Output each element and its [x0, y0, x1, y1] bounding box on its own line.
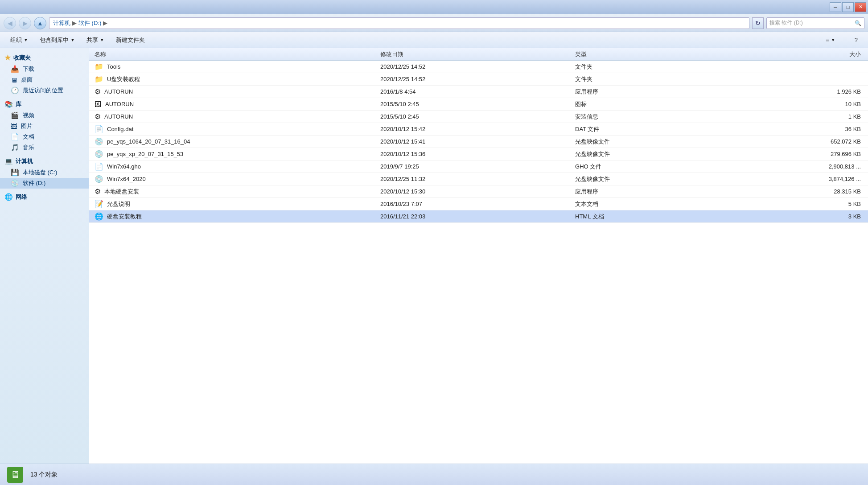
table-row[interactable]: 📝光盘说明2016/10/23 7:07文本文档5 KB — [89, 198, 868, 210]
search-icon[interactable]: 🔍 — [855, 20, 861, 26]
file-name: AUTORUN — [104, 88, 133, 95]
file-size-cell: 28,315 KB — [731, 188, 868, 195]
disk-d-icon: 💿 — [11, 179, 19, 187]
file-name: U盘安装教程 — [107, 75, 140, 83]
network-label: 网络 — [16, 193, 27, 201]
file-date-cell: 2020/10/12 15:30 — [380, 188, 575, 195]
organize-button[interactable]: 组织 ▼ — [5, 34, 33, 46]
file-date-cell: 2019/9/7 19:25 — [380, 163, 575, 170]
file-name-cell: 📁U盘安装教程 — [89, 75, 380, 83]
up-button[interactable]: ▲ — [34, 17, 46, 29]
file-type-icon: 📄 — [95, 162, 103, 171]
file-date-cell: 2020/10/12 15:41 — [380, 138, 575, 145]
file-date-cell: 2020/12/25 14:52 — [380, 63, 575, 70]
file-type-icon: 💿 — [95, 137, 103, 146]
table-row[interactable]: 📄Config.dat2020/10/12 15:42DAT 文件36 KB — [89, 123, 868, 136]
forward-button[interactable]: ▶ — [19, 17, 31, 29]
computer-header[interactable]: 💻 计算机 — [0, 156, 89, 167]
file-name-cell: 💿pe_yqs_xp_20_07_31_15_53 — [89, 150, 380, 158]
main-content: ★ 收藏夹 📥 下载 🖥 桌面 🕐 最近访问的位置 📚 库 🎬 — [0, 48, 868, 464]
statusbar-app-icon: 🖥 — [7, 467, 23, 483]
breadcrumb-drive[interactable]: 软件 (D:) — [78, 19, 101, 27]
favorites-header[interactable]: ★ 收藏夹 — [0, 52, 89, 64]
file-date-cell: 2016/1/8 4:54 — [380, 88, 575, 95]
organize-dropdown-icon: ▼ — [24, 37, 28, 42]
toolbar: 组织 ▼ 包含到库中 ▼ 共享 ▼ 新建文件夹 ≡ ▼ ? — [0, 32, 868, 48]
include-library-button[interactable]: 包含到库中 ▼ — [35, 34, 80, 46]
file-type-cell: 应用程序 — [575, 88, 731, 96]
toolbar-right: ≡ ▼ ? — [821, 34, 863, 46]
sidebar: ★ 收藏夹 📥 下载 🖥 桌面 🕐 最近访问的位置 📚 库 🎬 — [0, 48, 89, 464]
table-row[interactable]: 💿Win7x64_20202020/12/25 11:32光盘映像文件3,874… — [89, 173, 868, 185]
file-name-cell: 💿Win7x64_2020 — [89, 175, 380, 183]
refresh-button[interactable]: ↻ — [752, 17, 764, 29]
file-type-icon: ⚙ — [95, 87, 101, 96]
file-size-cell: 5 KB — [731, 201, 868, 207]
file-name: AUTORUN — [105, 101, 134, 107]
view-icon: ≡ — [826, 37, 829, 43]
close-button[interactable]: ✕ — [855, 2, 866, 12]
file-size-cell: 36 KB — [731, 126, 868, 132]
file-date-cell: 2015/5/10 2:45 — [380, 101, 575, 107]
table-row[interactable]: ⚙AUTORUN2015/5/10 2:45安装信息1 KB — [89, 111, 868, 123]
table-row[interactable]: 🌐硬盘安装教程2016/11/21 22:03HTML 文档3 KB — [89, 210, 868, 223]
maximize-button[interactable]: □ — [842, 2, 854, 12]
sidebar-item-doc[interactable]: 📄 文档 — [0, 132, 89, 142]
share-button[interactable]: 共享 ▼ — [82, 34, 109, 46]
table-row[interactable]: 💿pe_yqs_xp_20_07_31_15_532020/10/12 15:3… — [89, 148, 868, 160]
table-row[interactable]: 📁U盘安装教程2020/12/25 14:52文件夹 — [89, 73, 868, 86]
recent-label: 最近访问的位置 — [23, 86, 63, 95]
col-type-header[interactable]: 类型 — [575, 50, 731, 58]
file-size-cell: 10 KB — [731, 101, 868, 107]
table-row[interactable]: ⚙AUTORUN2016/1/8 4:54应用程序1,926 KB — [89, 86, 868, 98]
file-size-cell: 652,072 KB — [731, 138, 868, 145]
file-type-icon: 💿 — [95, 150, 103, 158]
sidebar-item-desktop[interactable]: 🖥 桌面 — [0, 74, 89, 85]
new-folder-button[interactable]: 新建文件夹 — [111, 34, 150, 46]
sidebar-item-video[interactable]: 🎬 视频 — [0, 110, 89, 121]
col-size-header[interactable]: 大小 — [731, 50, 868, 58]
col-name-header[interactable]: 名称 — [89, 50, 380, 58]
view-button[interactable]: ≡ ▼ — [821, 34, 840, 46]
file-type-cell: 图标 — [575, 100, 731, 108]
sidebar-item-download[interactable]: 📥 下载 — [0, 64, 89, 74]
star-icon: ★ — [4, 53, 11, 62]
file-type-cell: 安装信息 — [575, 113, 731, 121]
sidebar-item-music[interactable]: 🎵 音乐 — [0, 142, 89, 153]
table-row[interactable]: 📁Tools2020/12/25 14:52文件夹 — [89, 61, 868, 73]
share-label: 共享 — [86, 36, 98, 44]
breadcrumb-computer[interactable]: 计算机 — [53, 19, 70, 27]
favorites-section: ★ 收藏夹 📥 下载 🖥 桌面 🕐 最近访问的位置 — [0, 52, 89, 96]
minimize-button[interactable]: ─ — [830, 2, 841, 12]
table-row[interactable]: 🖼AUTORUN2015/5/10 2:45图标10 KB — [89, 98, 868, 111]
search-bar[interactable]: 搜索 软件 (D:) 🔍 — [766, 17, 864, 29]
help-icon: ? — [855, 37, 858, 43]
file-type-cell: 应用程序 — [575, 188, 731, 196]
table-row[interactable]: 📄Win7x64.gho2019/9/7 19:25GHO 文件2,900,81… — [89, 160, 868, 173]
file-name: 光盘说明 — [107, 200, 130, 208]
search-placeholder: 搜索 软件 (D:) — [769, 19, 853, 27]
music-icon: 🎵 — [11, 144, 19, 152]
library-icon: 📚 — [4, 100, 13, 108]
file-list[interactable]: 名称 修改日期 类型 大小 📁Tools2020/12/25 14:52文件夹📁… — [89, 48, 868, 464]
sidebar-item-software-d[interactable]: 💿 软件 (D:) — [0, 178, 89, 189]
toolbar-separator — [845, 35, 845, 45]
network-header[interactable]: 🌐 网络 — [0, 191, 89, 203]
breadcrumb-bar[interactable]: 计算机 ▶ 软件 (D:) ▶ — [49, 17, 749, 29]
sidebar-item-image[interactable]: 🖼 图片 — [0, 121, 89, 132]
table-row[interactable]: ⚙本地硬盘安装2020/10/12 15:30应用程序28,315 KB — [89, 185, 868, 198]
back-button[interactable]: ◀ — [4, 17, 16, 29]
file-type-cell: 文本文档 — [575, 200, 731, 208]
image-label: 图片 — [21, 122, 33, 130]
file-type-icon: 📝 — [95, 200, 103, 208]
include-dropdown-icon: ▼ — [70, 37, 75, 42]
file-type-cell: 文件夹 — [575, 63, 731, 71]
table-row[interactable]: 💿pe_yqs_1064_20_07_31_16_042020/10/12 15… — [89, 136, 868, 148]
col-date-header[interactable]: 修改日期 — [380, 50, 575, 58]
sidebar-item-recent[interactable]: 🕐 最近访问的位置 — [0, 85, 89, 96]
help-button[interactable]: ? — [850, 34, 863, 46]
sidebar-item-local-c[interactable]: 💾 本地磁盘 (C:) — [0, 167, 89, 178]
library-header[interactable]: 📚 库 — [0, 99, 89, 110]
file-size-cell: 2,900,813 ... — [731, 163, 868, 170]
network-icon: 🌐 — [4, 193, 13, 201]
